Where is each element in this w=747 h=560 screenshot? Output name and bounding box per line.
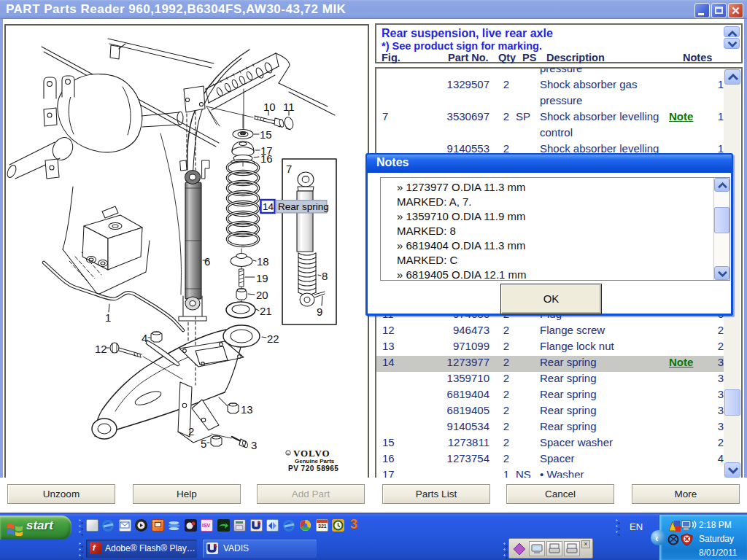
- svg-text:1: 1: [105, 311, 111, 324]
- svg-text:VOLVO: VOLVO: [293, 448, 330, 459]
- svg-text:2: 2: [188, 425, 194, 438]
- svg-text:3: 3: [251, 439, 257, 451]
- svg-text:22: 22: [267, 332, 279, 345]
- svg-text:5: 5: [201, 438, 206, 450]
- svg-text:6: 6: [204, 255, 210, 268]
- svg-text:20: 20: [256, 289, 268, 301]
- svg-text:R: R: [287, 452, 290, 456]
- svg-text:PV 720 58965: PV 720 58965: [288, 464, 338, 472]
- svg-text:7: 7: [286, 163, 292, 175]
- svg-text:16: 16: [260, 152, 273, 165]
- svg-text:9: 9: [317, 306, 322, 318]
- svg-text:12: 12: [95, 343, 107, 355]
- svg-text:4: 4: [142, 332, 147, 344]
- svg-text:13: 13: [241, 403, 253, 416]
- svg-text:15: 15: [260, 128, 272, 141]
- svg-text:Rear spring: Rear spring: [278, 201, 329, 212]
- svg-text:8: 8: [322, 270, 328, 282]
- svg-text:Genuine Parts: Genuine Parts: [295, 458, 335, 464]
- svg-text:11: 11: [283, 101, 295, 113]
- svg-text:10: 10: [263, 101, 276, 113]
- svg-text:18: 18: [257, 255, 269, 268]
- svg-text:21: 21: [260, 305, 272, 317]
- svg-text:19: 19: [256, 272, 268, 284]
- svg-text:14: 14: [263, 201, 274, 212]
